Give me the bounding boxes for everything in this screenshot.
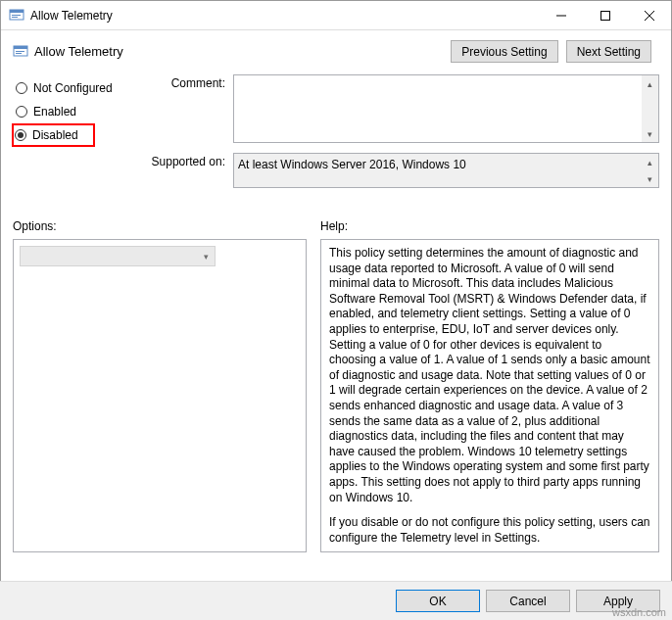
titlebar: Allow Telemetry [1,1,671,30]
header: Allow Telemetry Previous Setting Next Se… [1,30,671,67]
scroll-up-icon[interactable]: ▴ [642,154,658,170]
policy-icon [13,44,28,60]
fields: Comment: ▴ ▾ Supported on: At least Wind… [150,74,659,198]
scroll-arrows: ▴ ▾ [642,75,658,142]
scroll-down-icon[interactable]: ▾ [642,170,658,187]
help-panel: This policy setting determines the amoun… [320,239,659,552]
svg-rect-10 [16,51,24,52]
radio-label: Disabled [32,128,78,142]
svg-rect-5 [600,11,609,20]
help-paragraph: This policy setting determines the amoun… [329,246,650,505]
app-icon [9,8,24,24]
chevron-down-icon: ▾ [197,247,215,265]
radio-label: Enabled [33,105,76,119]
watermark: wsxdn.com [612,606,666,618]
help-paragraph: If you disable or do not configure this … [329,515,650,546]
radio-not-configured[interactable]: Not Configured [13,76,150,100]
minimize-button[interactable] [539,1,583,29]
supported-on-box: At least Windows Server 2016, Windows 10… [233,153,659,188]
window-title: Allow Telemetry [30,9,539,23]
previous-setting-button[interactable]: Previous Setting [451,40,557,63]
window-controls [539,1,671,29]
ok-button[interactable]: OK [396,590,480,612]
maximize-button[interactable] [583,1,627,29]
state-radio-group: Not Configured Enabled Disabled [13,74,150,198]
radio-disabled[interactable]: Disabled [12,123,95,147]
scroll-down-icon[interactable]: ▾ [642,125,658,142]
close-button[interactable] [627,1,671,29]
lower-panels: Options: ▾ Help: This policy setting det… [1,219,671,552]
svg-rect-2 [12,15,21,16]
setting-title: Allow Telemetry [34,44,451,59]
svg-rect-3 [12,17,18,18]
comment-value [234,75,642,142]
svg-rect-11 [16,53,22,54]
radio-icon [15,129,26,141]
svg-rect-1 [10,10,24,13]
next-setting-button[interactable]: Next Setting [566,40,651,63]
scroll-arrows: ▴ ▾ [642,154,658,187]
content: Not Configured Enabled Disabled Comment:… [1,67,671,212]
help-label: Help: [320,219,659,233]
radio-enabled[interactable]: Enabled [13,100,150,123]
radio-icon [16,106,27,118]
radio-label: Not Configured [33,81,113,95]
help-text: This policy setting determines the amoun… [329,246,650,546]
comment-input[interactable]: ▴ ▾ [233,74,659,143]
footer: OK Cancel Apply [0,581,672,620]
supported-label: Supported on: [150,153,233,188]
options-label: Options: [13,219,307,233]
options-panel: ▾ [13,239,307,552]
supported-on-value: At least Windows Server 2016, Windows 10 [234,154,642,187]
scroll-up-icon[interactable]: ▴ [642,75,658,92]
comment-label: Comment: [150,74,233,143]
radio-icon [16,82,27,94]
svg-rect-9 [14,46,27,49]
cancel-button[interactable]: Cancel [486,590,570,612]
options-dropdown[interactable]: ▾ [20,246,216,266]
